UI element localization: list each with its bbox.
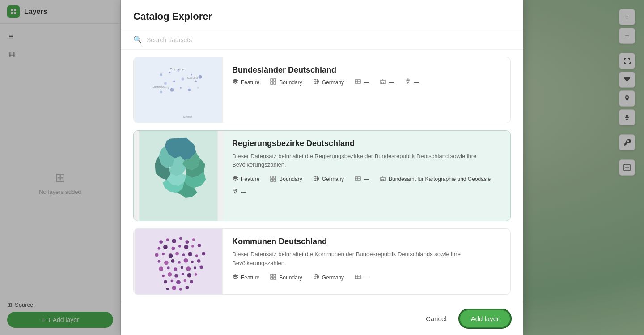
svg-text:Czechia: Czechia [187,76,198,79]
cancel-button[interactable]: Cancel [419,310,454,327]
svg-point-19 [197,87,199,89]
dataset-card-1[interactable]: Germany Czechia Luxembourg Austria Bunde… [133,57,511,123]
svg-point-73 [195,255,198,258]
dataset-info-2: Regierungsbezirke Deutschland Dieser Dat… [223,131,510,221]
svg-point-67 [155,253,159,257]
svg-point-54 [159,241,163,244]
svg-point-76 [164,261,169,265]
svg-point-87 [194,267,196,270]
svg-point-89 [162,275,165,277]
svg-point-74 [202,252,205,256]
pin-dash-2: — [241,189,246,195]
dataset-name-3: Kommunen Deutschland [232,237,501,246]
svg-point-100 [166,288,169,290]
globe-icon-1 [313,78,319,86]
meta-boundary-3: Boundary [270,274,302,281]
globe-icon-3 [313,274,319,281]
globe-icon-2 [313,176,319,183]
svg-point-81 [197,259,201,263]
svg-point-80 [191,261,194,263]
dataset-name-2: Regierungsbezirke Deutschland [232,139,501,148]
dataset-card-3[interactable]: Kommunen Deutschland Dieser Datensatz be… [133,228,511,295]
svg-point-72 [188,252,192,257]
meta-building-2: Bundesamt für Kartographie und Geodäsie [380,176,491,183]
svg-point-103 [186,286,189,289]
svg-point-102 [179,288,182,291]
svg-point-88 [200,266,203,269]
svg-rect-26 [271,82,273,84]
svg-point-65 [191,245,194,248]
germany-label-3: Germany [322,275,344,281]
boundary-label-2: Boundary [279,176,302,182]
svg-rect-106 [271,277,273,279]
svg-point-84 [174,268,177,271]
meta-pin-1: — [405,78,419,86]
dash-label-1: — [364,79,369,86]
dataset-meta-1: Feature Boundary Germany [232,78,501,86]
layers-icon-1 [232,78,238,86]
add-layer-dialog-button[interactable]: Add layer [459,309,511,328]
svg-rect-24 [271,79,273,81]
svg-point-32 [407,80,408,81]
svg-point-98 [184,279,186,282]
germany-label-1: Germany [322,79,344,86]
svg-point-9 [191,74,192,76]
svg-point-92 [182,273,184,275]
dataset-thumbnail-2 [134,131,223,221]
dataset-info-3: Kommunen Deutschland Dieser Datensatz be… [223,229,510,294]
table-icon-2 [355,176,361,183]
svg-rect-30 [355,80,360,83]
svg-point-12 [173,80,175,82]
svg-point-85 [181,266,183,269]
search-input[interactable] [147,36,511,43]
svg-text:Austria: Austria [183,116,192,119]
meta-table-2: — [355,176,369,183]
meta-pin-2: — [232,189,246,196]
dataset-card-2[interactable]: Regierungsbezirke Deutschland Dieser Dat… [133,130,511,222]
dataset-meta-3: Feature Boundary Germany [232,274,501,281]
meta-country-3: Germany [313,274,344,281]
dash-label-2: — [364,176,369,182]
search-icon: 🔍 [133,35,142,44]
svg-point-55 [166,239,169,241]
catalog-dialog: Catalog Explorer 🔍 [121,0,523,335]
meta-country-1: Germany [313,78,344,86]
svg-point-10 [199,75,202,79]
svg-point-7 [169,72,171,73]
svg-point-57 [179,237,182,240]
dialog-footer: Cancel Add layer [121,302,523,335]
svg-rect-104 [271,274,273,276]
dialog-overlay: Catalog Explorer 🔍 [0,0,644,335]
boundary-label-3: Boundary [279,275,302,281]
svg-point-16 [170,88,174,92]
svg-point-61 [163,245,168,249]
dataset-meta-2: Feature Boundary Germany [232,176,501,196]
svg-point-60 [157,247,160,250]
svg-text:Luxembourg: Luxembourg [153,85,169,89]
svg-rect-44 [271,176,273,178]
svg-point-77 [171,259,175,263]
svg-point-94 [195,273,197,276]
grid-icon-2 [270,176,276,183]
layers-icon-3 [232,274,238,281]
dash-label-3: — [364,275,369,281]
svg-point-63 [178,245,181,248]
dataset-name-1: Bundesländer Deutschland [232,65,501,75]
svg-point-66 [198,244,201,247]
meta-boundary-2: Boundary [270,176,302,183]
dataset-thumbnail-3 [134,229,223,295]
building-dash-1: — [389,79,394,86]
svg-point-59 [192,239,195,241]
svg-point-56 [172,239,176,244]
svg-point-93 [187,273,191,278]
dialog-header: Catalog Explorer [121,0,523,30]
meta-boundary-1: Boundary [270,78,302,86]
svg-point-58 [186,241,189,244]
svg-point-90 [168,272,172,277]
meta-type-2: Feature [232,176,259,183]
meta-type-1: Feature [232,78,259,86]
dialog-title: Catalog Explorer [133,11,511,22]
svg-rect-107 [274,277,276,279]
building-icon-2 [380,176,386,183]
svg-point-11 [164,82,167,85]
